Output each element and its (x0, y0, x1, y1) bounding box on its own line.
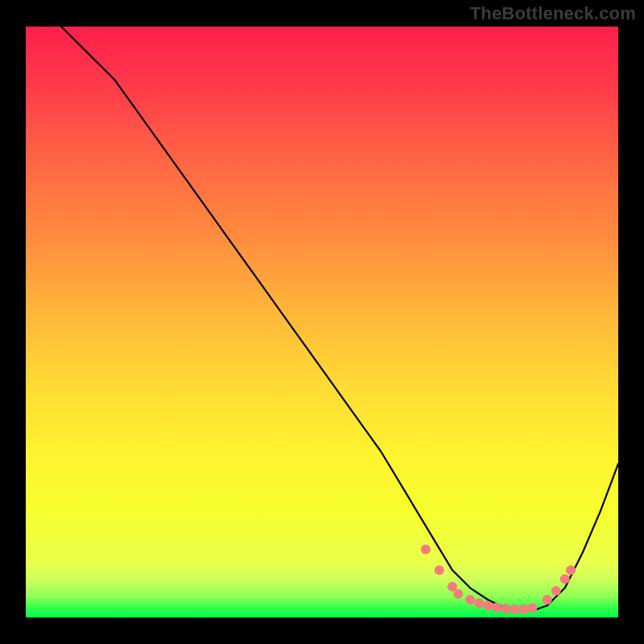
highlight-dot (421, 545, 431, 555)
highlight-dot (474, 598, 484, 608)
highlight-dot (501, 604, 510, 613)
highlight-dot (435, 565, 444, 575)
highlight-dot (560, 574, 570, 584)
bottleneck-chart (0, 0, 644, 644)
watermark-text: TheBottleneck.com (470, 3, 636, 24)
highlight-dot (551, 586, 561, 596)
highlight-dot (543, 595, 552, 605)
highlight-dot (566, 565, 576, 575)
chart-stage: TheBottleneck.com (0, 0, 644, 644)
highlight-dot (518, 605, 528, 614)
highlight-dot (483, 601, 493, 610)
highlight-dot (510, 605, 519, 614)
highlight-dot (492, 603, 502, 613)
gradient-background (26, 27, 618, 617)
highlight-dot (465, 595, 475, 605)
highlight-dot (527, 603, 537, 613)
highlight-dot (453, 589, 463, 599)
